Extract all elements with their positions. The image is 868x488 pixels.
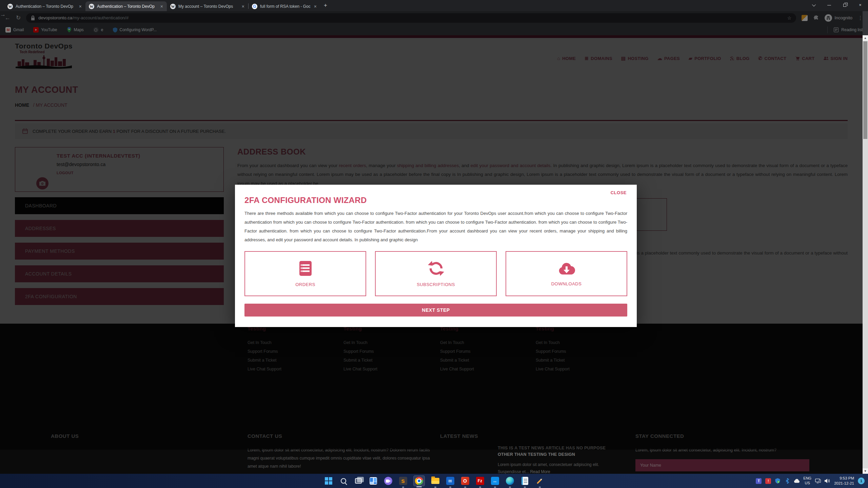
- 2fa-configuration-modal: CLOSE 2FA CONFIGURATION WIZARD There are…: [235, 185, 637, 327]
- subscriptions-card-label: SUBSCRIPTIONS: [417, 282, 455, 287]
- wordpress-favicon-icon: W: [7, 4, 13, 9]
- volume-icon[interactable]: [825, 478, 830, 484]
- tab-close-icon[interactable]: ×: [78, 4, 83, 9]
- chrome-icon[interactable]: [413, 475, 425, 486]
- orders-card[interactable]: ORDERS: [244, 251, 366, 296]
- downloads-card-label: DOWNLOADS: [551, 281, 582, 286]
- downloads-card[interactable]: DOWNLOADS: [506, 251, 627, 296]
- modal-close-button[interactable]: CLOSE: [611, 190, 627, 195]
- tab-title: full form of RSA token - Google S: [260, 4, 310, 9]
- wordpress-favicon-icon: W: [89, 4, 94, 9]
- edge-icon[interactable]: [505, 476, 514, 486]
- sublime-text-icon[interactable]: S: [398, 476, 408, 486]
- wordpress-favicon-icon: W: [170, 4, 176, 9]
- google-favicon-icon: G: [252, 4, 257, 9]
- next-step-button[interactable]: NEXT STEP: [244, 304, 627, 317]
- window-controls: ×: [806, 0, 868, 10]
- tab-title: Authentication – Toronto DevOp: [16, 4, 75, 9]
- onedrive-tray-icon[interactable]: [794, 478, 800, 484]
- subscriptions-card[interactable]: SUBSCRIPTIONS: [375, 251, 497, 296]
- notepad-icon[interactable]: [520, 476, 529, 486]
- file-explorer-icon[interactable]: [431, 476, 440, 486]
- taskbar: S ✉ O Fz ↔ T ! ENGUS 9:53 PM 2021-12-21: [0, 474, 868, 488]
- mail-icon[interactable]: ✉: [446, 476, 455, 486]
- search-icon[interactable]: [339, 476, 348, 486]
- windows-security-tray-icon[interactable]: [775, 478, 781, 484]
- language-indicator[interactable]: ENGUS: [803, 476, 811, 486]
- clock-time: 9:53 PM: [834, 476, 854, 481]
- tab-close-icon[interactable]: ×: [159, 4, 164, 9]
- bluetooth-tray-icon[interactable]: [784, 478, 790, 484]
- orders-card-label: ORDERS: [295, 282, 315, 287]
- teams-tray-icon[interactable]: T: [756, 478, 762, 484]
- tab-authentication-2-active[interactable]: W Authentication – Toronto DevOp ×: [85, 1, 167, 11]
- system-tray: T ! ENGUS 9:53 PM 2021-12-21 1: [756, 474, 865, 488]
- browser-tab-strip: W Authentication – Toronto DevOp × W Aut…: [0, 0, 868, 11]
- modal-body-text: There are three methods available from w…: [244, 209, 627, 244]
- taskbar-clock[interactable]: 9:53 PM 2021-12-21: [834, 476, 854, 486]
- page-scrollbar[interactable]: ▲ ▼: [863, 35, 868, 474]
- teamviewer-icon[interactable]: ↔: [490, 476, 499, 486]
- office-icon[interactable]: O: [460, 476, 470, 486]
- scroll-up-arrow-icon[interactable]: ▲: [863, 35, 868, 41]
- widgets-icon[interactable]: [369, 476, 378, 486]
- tab-title: My account – Toronto DevOps: [178, 4, 238, 9]
- pen-editor-icon[interactable]: [535, 476, 544, 486]
- tab-close-icon[interactable]: ×: [241, 4, 245, 9]
- tab-title: Authentication – Toronto DevOp: [97, 4, 157, 9]
- tab-my-account[interactable]: W My account – Toronto DevOps ×: [167, 1, 248, 11]
- new-tab-button[interactable]: +: [324, 2, 327, 9]
- alert-tray-icon[interactable]: !: [765, 478, 771, 484]
- taskbar-icons: S ✉ O Fz ↔: [324, 474, 544, 488]
- screen: W Authentication – Toronto DevOp × W Aut…: [0, 0, 868, 488]
- start-button-icon[interactable]: [324, 476, 333, 486]
- filezilla-icon[interactable]: Fz: [475, 476, 485, 486]
- restore-button[interactable]: [837, 0, 852, 10]
- orders-list-icon: [298, 260, 313, 277]
- tab-google-search[interactable]: G full form of RSA token - Google S ×: [249, 1, 320, 11]
- tab-authentication-1[interactable]: W Authentication – Toronto DevOp ×: [4, 1, 85, 11]
- modal-title: 2FA CONFIGURATION WIZARD: [244, 196, 627, 205]
- task-view-icon[interactable]: [354, 476, 363, 486]
- tab-search-chevron-icon[interactable]: [806, 0, 821, 10]
- sync-icon: [428, 260, 444, 277]
- notification-badge[interactable]: 1: [858, 477, 865, 484]
- minimize-button[interactable]: [821, 0, 837, 10]
- tab-close-icon[interactable]: ×: [313, 4, 318, 9]
- cast-monitor-icon[interactable]: [815, 478, 821, 484]
- scroll-down-arrow-icon[interactable]: ▼: [863, 468, 868, 474]
- chat-icon[interactable]: [383, 476, 393, 486]
- scrollbar-thumb[interactable]: [863, 41, 867, 139]
- browser-toolbar: ← → ↻ devopstoronto.ca/my-account/authen…: [0, 11, 868, 24]
- cloud-download-icon: [558, 261, 575, 276]
- close-window-button[interactable]: ×: [852, 0, 868, 10]
- modal-cards: ORDERS SUBSCRIPTIONS DOWNLOADS: [244, 251, 627, 296]
- clock-date: 2021-12-21: [834, 481, 854, 486]
